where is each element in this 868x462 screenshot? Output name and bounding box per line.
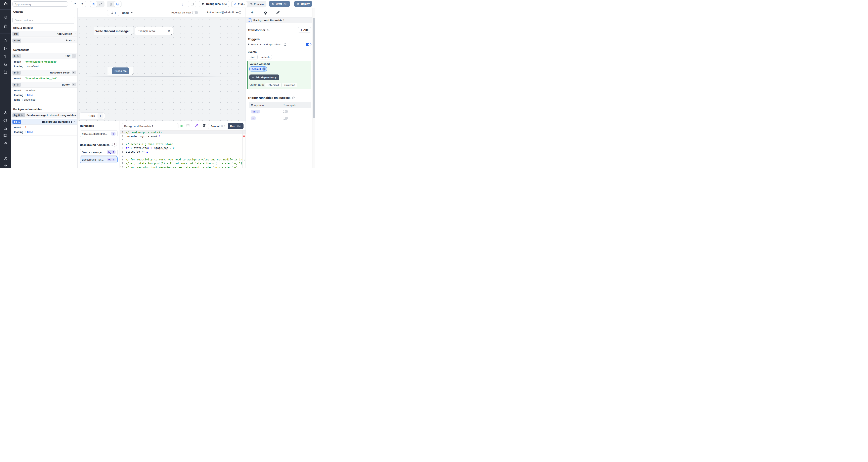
component-row-a[interactable]: a Text [11, 53, 78, 59]
scrollbar-thumb[interactable] [313, 18, 315, 118]
text-component[interactable]: Write Discord message: [94, 27, 133, 35]
component-row-b[interactable]: b Resource Select [11, 70, 78, 75]
chevron-up-icon[interactable] [73, 121, 76, 123]
workspace-switcher-icon[interactable] [3, 15, 7, 20]
fullscreen-toggle[interactable] [97, 1, 104, 7]
recompute-toggle-c[interactable] [283, 117, 288, 120]
quick-add-state-foo[interactable]: +state.foo [281, 83, 298, 87]
settings-connections-tab[interactable] [264, 11, 268, 15]
help-icon[interactable] [3, 156, 7, 160]
press-me-button[interactable]: Press me [112, 67, 129, 74]
runnable-name-input[interactable] [122, 123, 179, 129]
button-component-slot[interactable]: Press me [107, 67, 133, 75]
component-row-c[interactable]: c Button [11, 82, 78, 88]
runnable-item-bg1[interactable]: Background Run... bg_1 [80, 156, 118, 163]
resize-handle[interactable] [132, 73, 133, 75]
info-icon[interactable] [239, 11, 242, 14]
zoom-out-button[interactable]: − [81, 114, 86, 118]
event-chip-start[interactable]: start [248, 55, 257, 59]
audit-eye-icon[interactable] [3, 141, 7, 145]
quick-add-ctx-email[interactable]: +ctx.email [265, 83, 281, 87]
info-icon[interactable] [292, 96, 295, 99]
runnable-item-bg0[interactable]: Send a message... bg_0 [80, 149, 118, 156]
zoom-in-button[interactable]: + [97, 113, 103, 119]
output-row-bg0[interactable]: bg_0 Send a message to discord using web… [11, 112, 78, 118]
collapse-button[interactable] [72, 83, 76, 86]
runnable-item-main[interactable]: hub/1511/discord/se... c [80, 130, 118, 137]
code-editor-content[interactable]: 1// read outputs and ctx2console.log(ctx… [120, 131, 246, 168]
cache-database-icon[interactable] [186, 124, 190, 127]
collapse-arrow-icon[interactable] [3, 163, 7, 167]
recompute-toggle-bg0[interactable] [283, 110, 288, 113]
users-person-icon[interactable] [3, 111, 7, 115]
tab-editor[interactable]: Editor [232, 1, 248, 7]
undo-button[interactable]: ↶ [71, 1, 79, 7]
code-line[interactable]: 7 [120, 154, 246, 158]
info-icon[interactable] [284, 43, 286, 46]
run-on-start-toggle[interactable] [306, 43, 311, 46]
run-button[interactable]: Run ⌘↵ [228, 123, 244, 129]
windmill-logo-icon[interactable] [3, 2, 8, 6]
event-chip-refresh[interactable]: refresh [259, 55, 272, 59]
app-summary-input[interactable] [12, 1, 68, 7]
deploy-button[interactable]: Deploy [294, 1, 312, 7]
add-bg-runnable-button[interactable]: + [112, 142, 117, 146]
schedules-calendar-icon[interactable] [3, 70, 7, 74]
code-line[interactable]: 2console.log(ctx.email) [120, 134, 246, 138]
chevron-down-icon[interactable] [73, 33, 76, 35]
insert-component-tab[interactable]: + [251, 10, 254, 15]
resize-handle[interactable] [131, 33, 132, 35]
output-row-ctx[interactable]: ctx App Context [11, 31, 78, 37]
grid-align-toggle[interactable] [90, 1, 97, 7]
clear-selection-icon[interactable]: × [167, 29, 170, 33]
resize-handle[interactable] [171, 33, 173, 35]
output-row-bg1[interactable]: bg_1 Background Runnable 1 [11, 119, 78, 125]
folders-icon[interactable] [3, 133, 7, 137]
code-line[interactable]: 9// e.g: state.foo.push(1) will not work… [120, 161, 246, 165]
mobile-view-toggle[interactable] [107, 1, 114, 7]
search-outputs-input[interactable] [12, 17, 75, 24]
redo-button[interactable]: ↷ [79, 1, 86, 7]
left-icon-rail [0, 0, 11, 168]
resource-select-component[interactable]: Example resou... × [135, 27, 173, 35]
workers-robot-icon[interactable] [3, 127, 7, 131]
runs-play-icon[interactable] [3, 46, 7, 51]
collapse-button[interactable] [72, 71, 76, 74]
remove-dependency-icon[interactable]: × [262, 67, 266, 71]
draft-button[interactable]: Draft ⌘S [269, 1, 290, 7]
collapse-button[interactable] [72, 54, 76, 58]
code-line[interactable]: 10// you may also just reassign as next … [120, 165, 246, 168]
format-button[interactable]: Format ⌘S [208, 123, 228, 129]
styling-brush-tab[interactable] [276, 11, 280, 15]
variables-dollar-icon[interactable] [3, 54, 7, 59]
add-transformer-button[interactable]: + Add [298, 27, 311, 33]
app-canvas[interactable]: Write Discord message: Example resou... … [78, 18, 246, 121]
resources-cubes-icon[interactable] [3, 62, 7, 66]
ai-wand-icon[interactable] [195, 124, 198, 127]
code-line[interactable]: 6state.foo += 1 [120, 150, 246, 154]
watched-value-chip[interactable]: b.result × [249, 66, 267, 71]
refresh-count-button[interactable]: 1 [107, 10, 119, 16]
info-icon[interactable] [267, 29, 270, 32]
chevron-down-icon[interactable] [73, 39, 76, 41]
run-mode-select[interactable]: once [122, 10, 133, 16]
hide-bar-toggle[interactable] [192, 11, 198, 14]
code-line[interactable]: 3 [120, 138, 246, 142]
hide-bar-label: Hide bar on view [172, 11, 191, 14]
favorites-star-icon[interactable] [3, 24, 7, 28]
add-dependency-button[interactable]: + Add dependency [249, 74, 279, 80]
code-line[interactable]: 1// read outputs and ctx [120, 131, 246, 134]
delete-trash-icon[interactable] [202, 124, 206, 127]
home-icon[interactable] [3, 38, 7, 42]
desktop-view-toggle[interactable] [114, 1, 121, 7]
docs-book-button[interactable] [188, 1, 196, 7]
settings-gear-icon[interactable] [3, 119, 7, 123]
code-line[interactable]: 5if (!state.foo) { state.foo = 0 } [120, 146, 246, 150]
code-line[interactable]: 8// for reactivity to work, you need to … [120, 158, 246, 161]
tab-preview[interactable]: Preview [248, 1, 266, 7]
kebab-menu-button[interactable]: ⋮ [180, 1, 184, 7]
code-line[interactable]: 4// access a global state store [120, 142, 246, 146]
panel-scrollbar[interactable] [312, 8, 315, 168]
output-row-state[interactable]: state State [11, 38, 78, 43]
debug-runs-button[interactable]: Debug runs (26) [199, 1, 229, 7]
